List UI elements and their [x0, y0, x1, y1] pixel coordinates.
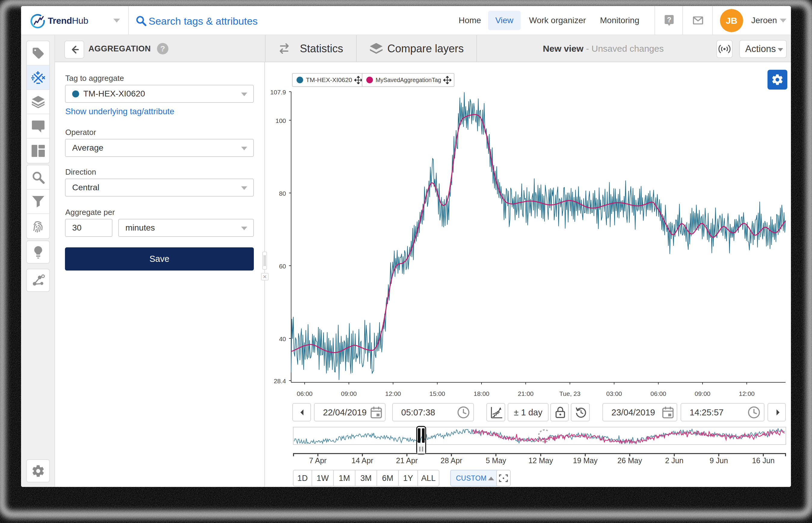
svg-text:60: 60	[279, 263, 286, 270]
svg-text:19 May: 19 May	[573, 456, 598, 465]
svg-text:09:00: 09:00	[695, 390, 711, 397]
svg-text:28.4: 28.4	[274, 378, 286, 384]
svg-text:2 Jun: 2 Jun	[665, 456, 683, 465]
svg-text:15:00: 15:00	[429, 390, 445, 397]
svg-text:21:00: 21:00	[518, 390, 534, 397]
svg-text:16 Jun: 16 Jun	[752, 456, 774, 465]
svg-text:21 Apr: 21 Apr	[396, 456, 418, 465]
svg-text:12:00: 12:00	[385, 390, 401, 397]
svg-text:06:00: 06:00	[651, 390, 667, 397]
svg-text:9 Jun: 9 Jun	[709, 456, 728, 465]
svg-text:18:00: 18:00	[474, 390, 490, 397]
svg-text:5 May: 5 May	[486, 456, 507, 465]
svg-text:06:00: 06:00	[297, 390, 313, 397]
svg-text:03:00: 03:00	[606, 390, 622, 397]
svg-text:14 Apr: 14 Apr	[352, 456, 373, 465]
svg-text:Tue, 23: Tue, 23	[559, 390, 580, 397]
svg-text:28 Apr: 28 Apr	[441, 456, 462, 465]
svg-text:100: 100	[276, 117, 286, 124]
svg-text:7 Apr: 7 Apr	[309, 456, 326, 465]
svg-text:09:00: 09:00	[341, 390, 357, 397]
svg-text:12:00: 12:00	[739, 390, 755, 397]
svg-text:107.9: 107.9	[270, 89, 286, 95]
svg-text:12 May: 12 May	[528, 456, 553, 465]
svg-text:80: 80	[279, 190, 286, 197]
svg-text:26 May: 26 May	[617, 456, 642, 465]
svg-text:40: 40	[279, 336, 286, 342]
svg-text:?: ?	[667, 16, 672, 24]
